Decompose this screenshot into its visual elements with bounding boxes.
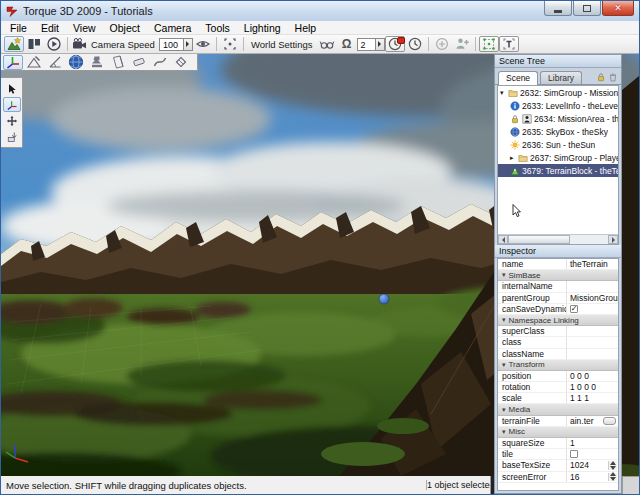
trash-icon[interactable]	[608, 72, 618, 82]
window-title: Torque 3D 2009 - Tutorials	[23, 5, 153, 17]
snap-size-input[interactable]: 2	[357, 38, 385, 51]
inspector-row-internalname[interactable]: internalName	[498, 281, 618, 292]
expander-right-icon[interactable]: ▸	[510, 154, 518, 162]
scroll-left-icon[interactable]	[498, 235, 508, 244]
frame-selection-button[interactable]	[220, 36, 240, 52]
toolbar-separator	[67, 37, 68, 51]
stamp-tool-button[interactable]	[87, 55, 107, 70]
visibility-button[interactable]	[193, 36, 213, 52]
player-spawn-sphere[interactable]	[379, 294, 389, 304]
camera-speed-input[interactable]: 100	[159, 38, 193, 51]
menu-tools[interactable]: Tools	[198, 22, 237, 34]
tree-item-terrainblock[interactable]: 3679: TerrainBlock - theTerrain	[498, 164, 618, 177]
move-tool-button[interactable]	[3, 113, 21, 128]
snap-button[interactable]: Ω	[337, 36, 357, 52]
smooth-tool-button[interactable]	[150, 55, 170, 70]
inspector-section-misc[interactable]: ▾ Misc	[498, 427, 618, 438]
expander-down-icon[interactable]: ▾	[500, 89, 508, 97]
tab-scene[interactable]: Scene	[498, 71, 538, 85]
menu-view[interactable]: View	[66, 22, 103, 34]
menu-camera[interactable]: Camera	[147, 22, 198, 34]
panels-button[interactable]	[24, 36, 44, 52]
page-tool-button[interactable]	[108, 55, 128, 70]
scrollbar-thumb[interactable]	[508, 235, 570, 244]
inspector-row-terrainfile[interactable]: terrainFile ain.ter	[498, 416, 618, 427]
render-mode-button[interactable]	[317, 36, 337, 52]
menu-help[interactable]: Help	[288, 22, 324, 34]
object-bounds-button[interactable]	[479, 36, 499, 52]
folder-icon	[518, 153, 528, 163]
add-object-button[interactable]	[432, 36, 452, 52]
inspector-panel: name theTerrain ▾ SimBase internalName p…	[497, 258, 619, 491]
terrain-raise-tool-button[interactable]	[24, 55, 44, 70]
scroll-right-icon[interactable]	[608, 235, 618, 244]
snap-size-spin-button[interactable]	[375, 39, 384, 50]
value-spinner[interactable]	[608, 473, 617, 481]
menu-bar: File Edit View Object Camera Tools Light…	[1, 21, 639, 35]
inspector-row-squaresize[interactable]: squareSize 1	[498, 438, 618, 449]
translate-tool-button[interactable]	[3, 97, 21, 112]
inspector-row-name[interactable]: name theTerrain	[498, 259, 618, 270]
text-tool-button[interactable]	[499, 36, 519, 52]
eye-icon	[195, 36, 211, 52]
menu-object[interactable]: Object	[103, 22, 147, 34]
inspector-row-position[interactable]: position 0 0 0	[498, 371, 618, 382]
tree-item-missiongroup[interactable]: ▾ 2632: SimGroup - MissionGroup	[498, 86, 618, 99]
inspector-section-simbase[interactable]: ▾ SimBase	[498, 270, 618, 281]
value-spinner[interactable]	[608, 461, 617, 469]
tree-item-missionarea[interactable]: 2634: MissionArea - theMis	[498, 112, 618, 125]
globe-tool-button[interactable]	[66, 55, 86, 70]
toolbar-separator	[428, 37, 429, 51]
inspector-row-classname[interactable]: className	[498, 349, 618, 360]
inspector-section-namespace-linking[interactable]: ▾ Namespace Linking	[498, 315, 618, 326]
cursor-icon	[6, 83, 18, 95]
browse-file-button[interactable]	[603, 417, 616, 425]
checkbox-checked[interactable]: ✓	[570, 305, 578, 313]
tree-horizontal-scrollbar[interactable]	[498, 234, 618, 244]
inspector-section-media[interactable]: ▾ Media	[498, 404, 618, 415]
inspector-section-transform[interactable]: ▾ Transform	[498, 360, 618, 371]
eraser-tool-button[interactable]	[129, 55, 149, 70]
terrain-angle-tool-button[interactable]	[45, 55, 65, 70]
tool-palette	[1, 77, 23, 148]
minimize-button[interactable]	[544, 1, 572, 16]
tree-item-skybox[interactable]: 2635: SkyBox - theSky	[498, 125, 618, 138]
gizmo-icon	[6, 99, 18, 111]
tree-item-playerdroppoints[interactable]: ▸ 2637: SimGroup - PlayerDropP	[498, 151, 618, 164]
time-button[interactable]	[405, 36, 425, 52]
drop-to-ground-button[interactable]	[3, 129, 21, 144]
add-player-button[interactable]	[452, 36, 472, 52]
inspector-row-rotation[interactable]: rotation 1 0 0 0	[498, 382, 618, 393]
inspector-row-screenerror[interactable]: screenError 16	[498, 472, 618, 483]
world-editor-button[interactable]	[4, 36, 24, 52]
close-button[interactable]: ✕	[602, 1, 634, 16]
inspector-row-basetexsize[interactable]: baseTexSize 1024	[498, 460, 618, 471]
scene-tree-header: Scene Tree	[495, 55, 621, 68]
paint-tool-button[interactable]	[171, 55, 191, 70]
menu-edit[interactable]: Edit	[34, 22, 66, 34]
tree-item-levelinfo[interactable]: 2633: LevelInfo - theLevelInfo	[498, 99, 618, 112]
collapse-arrow-icon: ▾	[502, 316, 506, 324]
inspector-row-parentgroup[interactable]: parentGroup MissionGroup	[498, 293, 618, 304]
checkbox-unchecked[interactable]	[570, 450, 578, 458]
select-tool-button[interactable]	[3, 81, 21, 96]
camera-speed-spin-button[interactable]	[183, 39, 192, 50]
snap-size-value: 2	[358, 39, 375, 50]
maximize-button[interactable]	[573, 1, 601, 16]
inspector-row-cansavedynamicfields[interactable]: canSaveDynamicFields ✓	[498, 304, 618, 315]
lock-icon[interactable]	[596, 72, 606, 82]
selection-count: 1 object selected	[426, 480, 490, 490]
gizmo-tool-button[interactable]	[3, 55, 23, 70]
menu-lighting[interactable]: Lighting	[237, 22, 288, 34]
inspector-row-scale[interactable]: scale 1 1 1	[498, 393, 618, 404]
resize-grip[interactable]	[622, 476, 639, 494]
inspector-row-superclass[interactable]: superClass	[498, 326, 618, 337]
inspector-row-class[interactable]: class	[498, 337, 618, 348]
realtime-toggle-button[interactable]	[385, 36, 405, 52]
tab-library[interactable]: Library	[540, 71, 582, 84]
play-button[interactable]	[44, 36, 64, 52]
menu-file[interactable]: File	[3, 22, 34, 34]
inspector-header: Inspector	[495, 245, 621, 258]
tree-item-sun[interactable]: 2636: Sun - theSun	[498, 138, 618, 151]
inspector-row-tile[interactable]: tile	[498, 449, 618, 460]
